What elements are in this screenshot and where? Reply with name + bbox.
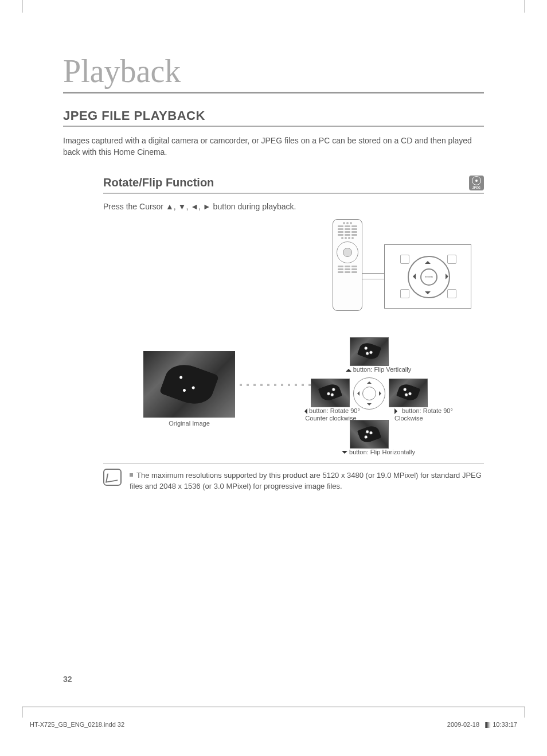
- label-rotate-ccw: button: Rotate 90° Counter clockwise: [299, 407, 362, 422]
- original-image-illustration: [143, 351, 235, 418]
- dpad-callout-box: ENTER: [384, 244, 471, 309]
- section-title: JPEG FILE PLAYBACK: [63, 108, 484, 127]
- print-footer: HT-X725_GB_ENG_0218.indd 32 2009-02-18 1…: [0, 718, 547, 734]
- label-flip-vertical: button: Flip Vertically: [333, 366, 424, 373]
- callout-line: [362, 279, 384, 279]
- label-rotate-cw: button: Rotate 90° Clockwise: [394, 407, 463, 422]
- remote-control-illustration: [333, 219, 362, 311]
- down-arrow-icon: [342, 451, 347, 457]
- diagram-area: ENTER Original Image button: Flip Vertic…: [103, 217, 484, 458]
- dpad-illustration: ENTER: [399, 255, 456, 298]
- label-flip-horizontal: button: Flip Horizontally: [333, 449, 424, 456]
- up-arrow-icon: [346, 366, 351, 372]
- bullet-icon: [130, 473, 133, 477]
- page: Playback JPEG FILE PLAYBACK Images captu…: [0, 13, 547, 707]
- subsection-title: Rotate/Flip Function: [103, 176, 469, 192]
- page-number: 32: [63, 675, 72, 684]
- flip-vertical-thumb: [350, 337, 389, 366]
- chapter-title: Playback: [63, 53, 484, 93]
- original-image-caption: Original Image: [143, 420, 235, 427]
- subsection-rotate-flip: Rotate/Flip Function JPEG Press the Curs…: [103, 176, 484, 458]
- rotate-ccw-thumb: [311, 379, 350, 407]
- note-text: The maximum resolutions supported by thi…: [130, 470, 484, 492]
- right-arrow-icon: [394, 408, 400, 414]
- crop-mark-top: [22, 0, 525, 13]
- dpad-center-illustration: [353, 377, 385, 410]
- note-icon: [103, 469, 122, 486]
- callout-line: [362, 273, 384, 274]
- footer-hatch-icon: [485, 722, 491, 728]
- jpeg-disc-icon: JPEG: [469, 176, 484, 190]
- footer-filename: HT-X725_GB_ENG_0218.indd 32: [30, 721, 124, 728]
- footer-date: 2009-02-18: [447, 721, 479, 728]
- instruction-text: Press the Cursor ▲, ▼, ◄, ► button durin…: [103, 202, 484, 211]
- note-box: The maximum resolutions supported by thi…: [103, 463, 484, 492]
- flip-horizontal-thumb: [350, 420, 389, 449]
- left-arrow-icon: [302, 408, 307, 414]
- footer-time: 10:33:17: [493, 721, 517, 728]
- rotate-cw-thumb: [389, 379, 428, 407]
- crop-mark-bottom: [22, 707, 525, 718]
- intro-text: Images captured with a digital camera or…: [63, 135, 484, 158]
